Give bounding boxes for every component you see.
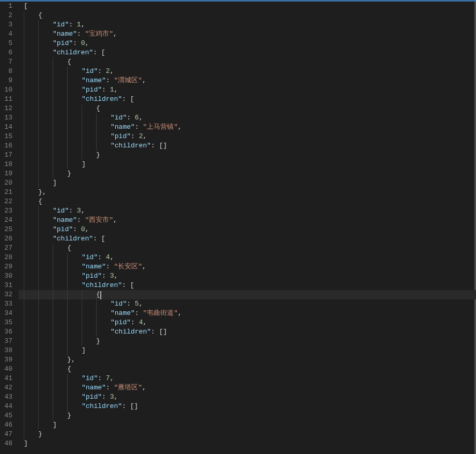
code-line[interactable]: } xyxy=(19,430,476,439)
code-line[interactable]: { xyxy=(19,11,476,20)
code-line[interactable]: "id": 3, xyxy=(19,206,476,216)
indent-guide xyxy=(96,299,97,309)
code-line[interactable]: "pid": 4, xyxy=(19,318,476,327)
code-line[interactable]: } xyxy=(19,169,476,178)
indent-guide xyxy=(53,337,53,346)
code-line[interactable]: } xyxy=(19,411,476,420)
code-line[interactable]: "name": "韦曲街道", xyxy=(19,309,476,318)
line-number: 23 xyxy=(0,206,12,216)
code-line[interactable]: ] xyxy=(19,160,476,169)
code-line[interactable]: { xyxy=(19,365,476,374)
punctuation-token: ] xyxy=(82,160,86,168)
code-line[interactable]: "id": 2, xyxy=(19,67,476,76)
code-line[interactable]: "name": "西安市", xyxy=(19,216,476,225)
code-line[interactable]: "name": "上马营镇", xyxy=(19,123,476,132)
code-line[interactable]: "pid": 0, xyxy=(19,225,476,234)
code-line[interactable]: }, xyxy=(19,188,476,197)
code-line[interactable]: "name": "渭城区", xyxy=(19,76,476,85)
indent-guide xyxy=(67,160,68,169)
code-line[interactable]: "children": [ xyxy=(19,48,476,57)
indent-guide xyxy=(67,253,68,262)
string-token: "韦曲街道" xyxy=(143,309,178,317)
line-number: 40 xyxy=(0,365,12,374)
punctuation-token: : xyxy=(98,253,106,261)
code-line[interactable]: ] xyxy=(19,178,476,188)
indent-guide xyxy=(53,309,53,318)
code-line[interactable]: "name": "宝鸡市", xyxy=(19,29,476,39)
punctuation-token: : xyxy=(131,319,139,326)
indent-guide xyxy=(24,262,24,271)
code-line[interactable]: { xyxy=(19,244,476,253)
punctuation-token: } xyxy=(96,151,100,159)
code-line[interactable]: "pid": 1, xyxy=(19,85,476,95)
indent-guide xyxy=(53,57,53,67)
code-line[interactable]: } xyxy=(19,337,476,346)
indent-guide xyxy=(96,113,97,123)
code-line[interactable]: "name": "长安区", xyxy=(19,262,476,271)
line-number: 39 xyxy=(0,355,12,365)
code-line[interactable]: { xyxy=(19,104,476,113)
code-line[interactable]: "id": 7, xyxy=(19,374,476,383)
indent-guide xyxy=(38,67,39,76)
code-line[interactable]: [ xyxy=(19,2,476,11)
indent-guide xyxy=(24,271,24,281)
punctuation-token: , xyxy=(42,188,47,196)
code-line[interactable]: "pid": 3, xyxy=(19,392,476,402)
code-line[interactable]: "name": "雁塔区", xyxy=(19,383,476,392)
code-line[interactable]: "id": 4, xyxy=(19,253,476,262)
indent-guide xyxy=(82,150,82,160)
indent-guide xyxy=(53,355,53,365)
code-line[interactable]: "id": 1, xyxy=(19,20,476,29)
indent-guide xyxy=(53,271,53,281)
code-line[interactable]: } xyxy=(19,150,476,160)
code-line[interactable]: "children": [] xyxy=(19,327,476,337)
code-line[interactable]: "id": 6, xyxy=(19,113,476,123)
line-number: 24 xyxy=(0,216,12,225)
line-number: 14 xyxy=(0,123,12,132)
punctuation-token: } xyxy=(67,356,71,364)
code-line[interactable]: { xyxy=(19,290,476,299)
code-line[interactable]: ] xyxy=(19,420,476,430)
indent-guide xyxy=(38,39,39,48)
code-editor[interactable]: 1234567891011121314151617181920212223242… xyxy=(0,2,476,454)
code-line[interactable]: "pid": 0, xyxy=(19,39,476,48)
indent-guide xyxy=(53,411,53,420)
indent-guide xyxy=(38,160,39,169)
indent-guide xyxy=(53,299,53,309)
code-line[interactable]: "children": [] xyxy=(19,402,476,411)
line-number: 8 xyxy=(0,67,12,76)
punctuation-token: { xyxy=(96,291,100,298)
code-line[interactable]: "children": [ xyxy=(19,281,476,290)
code-line[interactable]: "id": 5, xyxy=(19,299,476,309)
punctuation-token: , xyxy=(114,272,118,280)
code-line[interactable]: ] xyxy=(19,346,476,355)
text-cursor xyxy=(100,291,101,299)
indent-guide xyxy=(53,374,53,383)
line-number: 35 xyxy=(0,318,12,327)
code-line[interactable]: ] xyxy=(19,439,476,448)
indent-guide xyxy=(24,178,24,188)
punctuation-token: ] xyxy=(53,179,57,187)
code-line[interactable]: "children": [] xyxy=(19,141,476,150)
line-number: 36 xyxy=(0,327,12,337)
punctuation-token: { xyxy=(96,104,100,112)
code-line[interactable]: "children": [ xyxy=(19,234,476,244)
code-line[interactable]: { xyxy=(19,197,476,206)
indent-guide xyxy=(53,85,53,95)
code-line[interactable]: "pid": 3, xyxy=(19,271,476,281)
indent-guide xyxy=(67,141,68,150)
indent-guide xyxy=(67,327,68,337)
indent-guide xyxy=(53,160,53,169)
punctuation-token: } xyxy=(38,430,42,438)
code-line[interactable]: { xyxy=(19,57,476,67)
key-token: "pid" xyxy=(111,319,131,326)
code-line[interactable]: }, xyxy=(19,355,476,365)
indent-guide xyxy=(24,132,24,141)
indent-guide xyxy=(67,392,68,402)
code-line[interactable]: "children": [ xyxy=(19,95,476,104)
indent-guide xyxy=(38,216,39,225)
code-content-area[interactable]: [{"id": 1,"name": "宝鸡市","pid": 0,"childr… xyxy=(19,2,476,454)
punctuation-token: : xyxy=(127,300,135,308)
code-line[interactable]: "pid": 2, xyxy=(19,132,476,141)
indent-guide xyxy=(96,141,97,150)
